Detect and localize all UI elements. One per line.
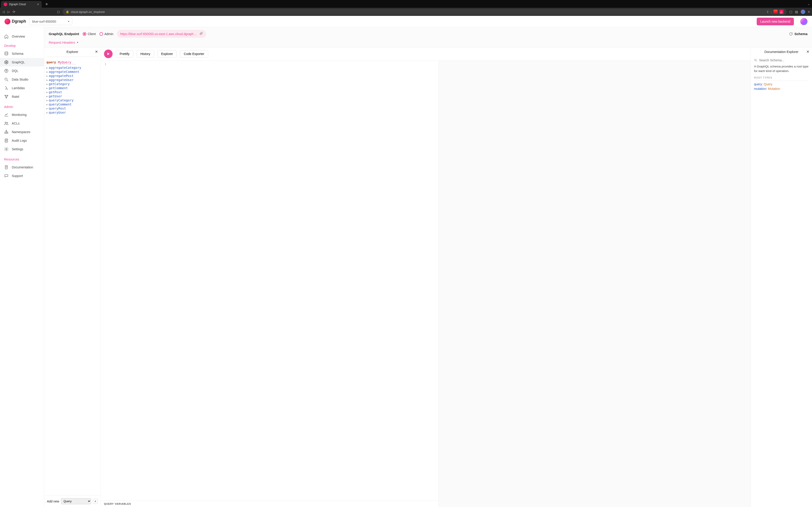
explorer-field[interactable]: ▶ queryUser	[46, 110, 98, 115]
line-gutter: 1	[101, 61, 108, 500]
tab-favicon	[4, 2, 7, 6]
launch-backend-button[interactable]: Launch new backend	[757, 18, 794, 25]
docs-search-input[interactable]	[759, 58, 809, 62]
nav-ratel[interactable]: Ratel	[0, 92, 44, 101]
nav-monitoring[interactable]: Monitoring	[0, 110, 44, 119]
root-field-list: ▶ aggregateCategory▶ aggregateComment▶ a…	[46, 66, 98, 115]
explorer-button[interactable]: Explorer	[157, 50, 177, 57]
query-variables-bar[interactable]: QUERY VARIABLES	[101, 500, 439, 507]
radio-filled-icon	[83, 32, 86, 36]
docs-search[interactable]	[754, 57, 809, 64]
explorer-field[interactable]: ▶ getComment	[46, 86, 98, 90]
nav-documentation[interactable]: Documentation	[0, 163, 44, 172]
nav-audit-logs[interactable]: Audit Logs	[0, 136, 44, 145]
schema-refresh[interactable]: Schema	[789, 32, 807, 36]
link-icon[interactable]	[199, 32, 203, 36]
result-viewer	[439, 60, 751, 507]
menu-icon[interactable]: ≡	[808, 10, 810, 13]
nav-section-admin: Admin	[0, 104, 44, 110]
nav-monitoring-label: Monitoring	[12, 113, 27, 117]
explorer-field[interactable]: ▶ aggregateUser	[46, 78, 98, 82]
lambda-icon	[4, 86, 9, 90]
nav-forward-icon[interactable]: ▷	[7, 10, 10, 13]
context-bar: GraphQL Endpoint Client Admin https://bl…	[44, 27, 812, 47]
nav-support[interactable]: Support	[0, 172, 44, 180]
bookmark-icon[interactable]: ◻	[57, 10, 60, 13]
add-new-button[interactable]: +	[93, 499, 98, 504]
nav-settings-label: Settings	[12, 147, 23, 151]
nav-schema[interactable]: Schema	[0, 49, 44, 58]
query-name-input[interactable]	[58, 60, 76, 64]
nav-lambdas[interactable]: Lambdas	[0, 84, 44, 92]
tabstrip-chevron-icon[interactable]: ⌄	[807, 2, 812, 6]
content-column: GraphQL Endpoint Client Admin https://bl…	[44, 27, 812, 507]
url-bar[interactable]: 🔒 cloud.dgraph.io/_/explorer ⇪ | ◭	[62, 9, 786, 15]
code-exporter-button[interactable]: Code Exporter	[180, 50, 208, 57]
endpoint-url: https://blue-surf-650050.us-east-1.aws.c…	[120, 32, 197, 36]
explorer-field[interactable]: ▶ aggregateComment	[46, 70, 98, 74]
root-type-row[interactable]: mutation: Mutation	[754, 87, 809, 91]
explorer-field[interactable]: ▶ getPost	[46, 90, 98, 94]
nav-settings[interactable]: Settings	[0, 145, 44, 154]
endpoint-client-radio[interactable]: Client	[83, 32, 96, 36]
endpoint-label: GraphQL Endpoint	[49, 32, 79, 36]
root-type-row[interactable]: query: Query	[754, 82, 809, 86]
add-new-select[interactable]: Query	[61, 498, 91, 504]
reader-icon[interactable]: ▤	[795, 10, 798, 13]
lock-icon: 🔒	[66, 10, 69, 13]
close-icon[interactable]: ✕	[95, 50, 98, 54]
nav-overview[interactable]: Overview	[0, 32, 44, 41]
nav-dql[interactable]: DQL	[0, 66, 44, 75]
history-button[interactable]: History	[137, 50, 154, 57]
endpoint-pill[interactable]: https://blue-surf-650050.us-east-1.aws.c…	[117, 30, 206, 38]
explorer-title: Explorer	[66, 50, 78, 54]
backend-selector[interactable]: blue-surf-650050 ▾	[29, 18, 72, 25]
query-keyword: query	[46, 60, 56, 64]
triangle-right-icon: ▶	[46, 111, 48, 114]
tab-title: Dgraph Cloud	[9, 3, 26, 6]
user-avatar[interactable]	[800, 18, 807, 25]
query-editor[interactable]: 1 QUERY VARIABLES	[101, 60, 439, 507]
explorer-field[interactable]: ▶ getCategory	[46, 82, 98, 86]
share-icon[interactable]: ⇪	[766, 10, 769, 13]
explorer-field[interactable]: ▶ queryPost	[46, 106, 98, 110]
browser-tab[interactable]: Dgraph Cloud ×	[1, 1, 42, 8]
nav-graphql[interactable]: GraphQL	[0, 58, 44, 66]
extension-icon[interactable]: ◭	[779, 10, 783, 14]
endpoint-admin-radio[interactable]: Admin	[99, 32, 113, 36]
nav-back-icon[interactable]: ◁	[2, 10, 5, 13]
explorer-field[interactable]: ▶ aggregateCategory	[46, 66, 98, 70]
explorer-pane: Explorer ✕ query ▶ aggregateCategory▶ ag…	[44, 47, 101, 507]
nav-acls[interactable]: ACLs	[0, 119, 44, 128]
side-nav: Overview Develop Schema GraphQL DQL Dat	[0, 27, 44, 507]
code-body[interactable]	[108, 61, 439, 500]
panel-icon[interactable]: ▢	[789, 10, 792, 13]
nav-support-label: Support	[12, 174, 23, 178]
log-icon	[4, 138, 9, 143]
browser-chrome: Dgraph Cloud × ＋ ⌄ ◁ ▷ ⟳ ◻ 🔒 cloud.dgrap…	[0, 0, 812, 16]
request-headers-toggle[interactable]: Request Headers ▾	[49, 38, 807, 47]
chevron-down-icon: ▾	[77, 41, 79, 44]
brand-logo[interactable]: Dgraph	[5, 18, 26, 24]
triangle-right-icon: ▶	[46, 79, 48, 81]
tab-close-icon[interactable]: ×	[37, 2, 39, 6]
prettify-button[interactable]: Prettify	[116, 50, 134, 57]
brave-shields-icon[interactable]	[773, 10, 777, 14]
nav-lambdas-label: Lambdas	[12, 86, 25, 90]
nav-data-studio[interactable]: Data Studio	[0, 75, 44, 84]
explorer-field[interactable]: ▶ aggregatePost	[46, 74, 98, 78]
svg-point-13	[6, 149, 7, 150]
new-tab-button[interactable]: ＋	[42, 1, 52, 7]
explorer-field[interactable]: ▶ queryCategory	[46, 98, 98, 102]
explorer-field[interactable]: ▶ queryComment	[46, 102, 98, 106]
nav-reload-icon[interactable]: ⟳	[13, 10, 15, 13]
nav-namespaces[interactable]: Namespaces	[0, 128, 44, 136]
run-query-button[interactable]	[104, 50, 113, 58]
explorer-field[interactable]: ▶ getUser	[46, 94, 98, 98]
brand-text: Dgraph	[12, 19, 26, 24]
nav-graphql-label: GraphQL	[12, 60, 25, 64]
users-icon	[4, 121, 9, 126]
endpoint-admin-label: Admin	[104, 32, 113, 36]
close-icon[interactable]: ✕	[806, 50, 809, 54]
profile-avatar-icon[interactable]	[801, 9, 805, 14]
